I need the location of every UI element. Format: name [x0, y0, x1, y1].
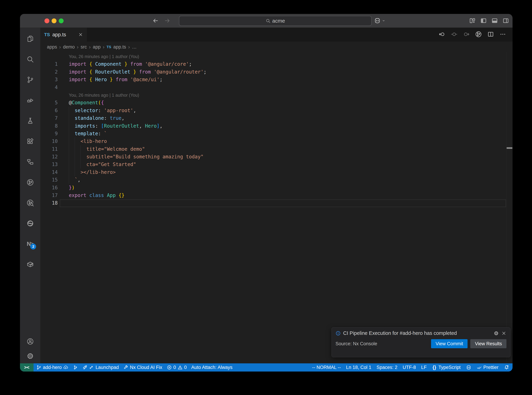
- line-number[interactable]: 14: [40, 169, 58, 176]
- status-item-indentation[interactable]: Spaces: 2: [376, 365, 397, 370]
- code-line-9[interactable]: 9 template: `: [40, 130, 513, 137]
- minimize-window-button[interactable]: [52, 18, 56, 23]
- line-number[interactable]: 7: [40, 114, 58, 122]
- copilot-menu[interactable]: [374, 17, 386, 24]
- activity-item-explorer[interactable]: [20, 28, 40, 49]
- line-number[interactable]: 8: [40, 122, 58, 130]
- notification-close-icon[interactable]: [501, 331, 506, 336]
- line-number[interactable]: 5: [40, 99, 58, 107]
- line-number[interactable]: 15: [40, 176, 58, 184]
- activity-item-edge-tools[interactable]: [20, 213, 40, 234]
- code-line-16[interactable]: 16}): [40, 184, 513, 192]
- split-editor-button[interactable]: [487, 31, 494, 38]
- close-tab-icon[interactable]: [78, 32, 83, 37]
- line-number[interactable]: 12: [40, 153, 58, 161]
- code-line-4[interactable]: 4: [40, 84, 513, 91]
- current-change-button[interactable]: [451, 31, 458, 38]
- status-item-formatter[interactable]: Prettier: [477, 365, 499, 370]
- code-line-14[interactable]: 14 ></lib-hero>: [40, 169, 513, 176]
- overview-ruler[interactable]: [506, 52, 513, 363]
- activity-item-gitlens[interactable]: [20, 172, 40, 193]
- breadcrumb-segment[interactable]: app: [93, 44, 101, 50]
- status-item-vim-mode[interactable]: -- NORMAL --: [312, 365, 341, 370]
- activity-item-gitlens-inspect[interactable]: [20, 193, 40, 213]
- notification-settings-gear-icon[interactable]: [494, 331, 499, 336]
- status-item-git-branch[interactable]: add-hero: [36, 365, 68, 370]
- status-item-eol[interactable]: LF: [421, 365, 427, 370]
- toggle-secondary-sidebar-button[interactable]: [502, 17, 509, 25]
- line-number[interactable]: 16: [40, 184, 58, 192]
- view-commit-button[interactable]: View Commit: [431, 339, 468, 348]
- line-number[interactable]: 3: [40, 76, 58, 83]
- activity-item-containers[interactable]: [20, 254, 40, 275]
- line-number[interactable]: 11: [40, 145, 58, 153]
- breadcrumb-file[interactable]: app.ts: [113, 44, 126, 50]
- code-line-8[interactable]: 8 imports: [RouterOutlet, Hero],: [40, 122, 513, 130]
- navigate-back-icon[interactable]: [152, 17, 159, 24]
- breadcrumb-symbol[interactable]: …: [132, 44, 137, 50]
- activity-item-accounts[interactable]: [20, 334, 40, 349]
- code-line-3[interactable]: 3import { Hero } from '@acme/ui';: [40, 76, 513, 83]
- code-line-13[interactable]: 13 cta="Get Started": [40, 161, 513, 168]
- toggle-panel-button[interactable]: [491, 17, 498, 25]
- code-line-2[interactable]: 2import { RouterOutlet } from '@angular/…: [40, 68, 513, 76]
- next-change-button[interactable]: [463, 31, 470, 38]
- code-line-5[interactable]: 5@Component({: [40, 99, 513, 107]
- status-item-encoding[interactable]: UTF-8: [403, 365, 416, 370]
- tab-app-ts[interactable]: TS app.ts: [40, 28, 87, 42]
- line-number[interactable]: 6: [40, 107, 58, 114]
- line-number[interactable]: 17: [40, 192, 58, 199]
- activity-item-extensions[interactable]: [20, 131, 40, 152]
- activity-bar-bottom: [20, 334, 40, 363]
- navigate-forward-icon[interactable]: [164, 17, 170, 24]
- code-line-17[interactable]: 17export class App {}: [40, 192, 513, 199]
- activity-item-project-details[interactable]: [20, 152, 40, 172]
- line-number[interactable]: 2: [40, 68, 58, 76]
- breadcrumb-segment[interactable]: apps: [47, 44, 57, 50]
- status-item-launchpad[interactable]: Launchpad: [82, 365, 119, 370]
- zoom-window-button[interactable]: [59, 18, 64, 23]
- code-line-12[interactable]: 12 subtitle="Build something amazing tod…: [40, 153, 513, 161]
- code-token: from: [139, 69, 151, 75]
- customize-layout-button[interactable]: [469, 17, 476, 25]
- commit-graph-button[interactable]: [475, 31, 482, 38]
- code-editor[interactable]: You, 26 minutes ago | 1 author (You)1imp…: [40, 52, 513, 363]
- breadcrumb-segment[interactable]: demo: [63, 44, 75, 50]
- code-line-18[interactable]: 18: [40, 199, 513, 207]
- code-line-10[interactable]: 10 <lib-hero: [40, 137, 513, 145]
- status-item-problems[interactable]: 00: [167, 365, 187, 370]
- previous-change-button[interactable]: [439, 31, 446, 38]
- activity-item-nx-console[interactable]: N>2: [20, 234, 40, 254]
- status-item-notifications[interactable]: [504, 365, 509, 370]
- command-center-search[interactable]: acme: [179, 16, 372, 26]
- line-number[interactable]: 1: [40, 60, 58, 68]
- code-line-15[interactable]: 15 `,: [40, 176, 513, 184]
- remote-indicator[interactable]: ><: [20, 363, 33, 372]
- toggle-primary-sidebar-button[interactable]: [480, 17, 487, 25]
- status-item-auto-attach[interactable]: Auto Attach: Always: [191, 365, 232, 370]
- line-number[interactable]: 4: [40, 84, 58, 91]
- breadcrumb-segment[interactable]: src: [81, 44, 87, 50]
- status-item-language-mode[interactable]: {}TypeScript: [432, 365, 461, 370]
- code-line-7[interactable]: 7 standalone: true,: [40, 114, 513, 122]
- activity-item-testing[interactable]: [20, 110, 40, 131]
- line-number[interactable]: 10: [40, 137, 58, 145]
- more-actions-button[interactable]: [499, 31, 506, 38]
- code-line-11[interactable]: 11 title="Welcmoe demo": [40, 145, 513, 153]
- activity-item-source-control[interactable]: [20, 70, 40, 90]
- activity-item-search[interactable]: [20, 49, 40, 70]
- activity-item-run-and-debug[interactable]: [20, 90, 40, 110]
- activity-item-manage[interactable]: [20, 349, 40, 363]
- status-item-nx-cloud-ai-fix[interactable]: Nx Cloud AI Fix: [123, 365, 162, 370]
- view-results-button[interactable]: View Results: [470, 339, 506, 348]
- line-number[interactable]: 9: [40, 130, 58, 137]
- code-line-6[interactable]: 6 selector: 'app-root',: [40, 107, 513, 114]
- line-number[interactable]: 13: [40, 161, 58, 168]
- status-item-cursor-position[interactable]: Ln 18, Col 1: [346, 365, 371, 370]
- status-item-label: LF: [421, 365, 427, 370]
- line-number[interactable]: 18: [40, 199, 58, 207]
- close-window-button[interactable]: [44, 18, 49, 23]
- code-line-1[interactable]: 1import { Component } from '@angular/cor…: [40, 60, 513, 68]
- status-item-commit-graph[interactable]: [73, 365, 78, 370]
- status-item-copilot-status[interactable]: [466, 365, 472, 370]
